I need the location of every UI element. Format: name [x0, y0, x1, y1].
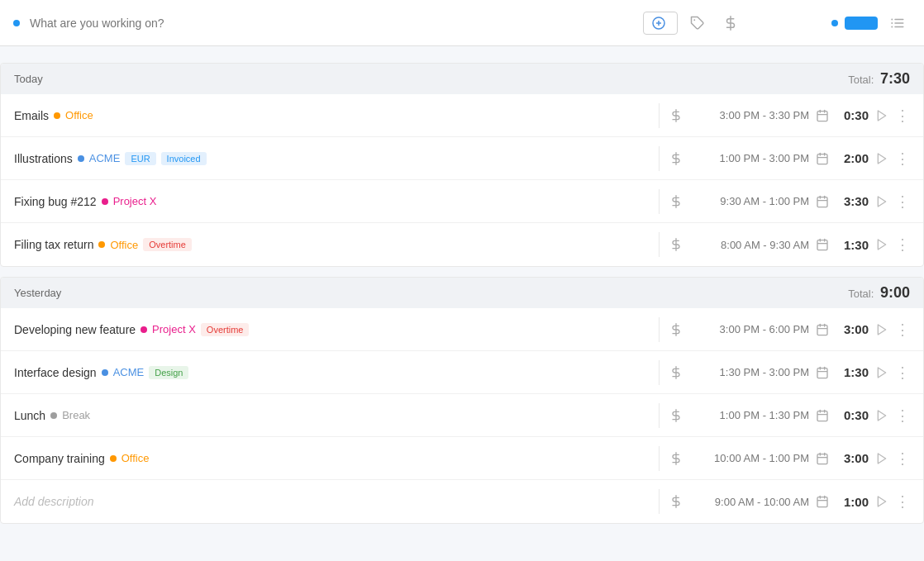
duration: 1:00 — [836, 495, 869, 509]
play-button[interactable] — [875, 495, 888, 508]
billable-button[interactable] — [669, 452, 683, 465]
row-title: Interface design — [14, 366, 97, 379]
billable-button[interactable] — [669, 409, 683, 422]
dollar-button[interactable] — [717, 10, 744, 36]
billable-button[interactable] — [669, 152, 683, 165]
billable-button[interactable] — [669, 495, 683, 508]
tag-button[interactable] — [684, 10, 711, 36]
calendar-button[interactable] — [816, 409, 829, 422]
row-title: Filing tax return — [14, 238, 93, 251]
more-options-button[interactable]: ⋮ — [895, 235, 910, 254]
more-options-button[interactable]: ⋮ — [895, 193, 910, 211]
project-dot — [110, 455, 117, 462]
more-options-button[interactable]: ⋮ — [895, 449, 910, 468]
row-actions: 1:30 PM - 3:00 PM 1:30 ⋮ — [655, 360, 910, 385]
row-description: Fixing bug #212 Project X — [14, 195, 655, 208]
row-actions: 3:00 PM - 6:00 PM 3:00 ⋮ — [655, 317, 910, 342]
svg-marker-64 — [878, 497, 885, 506]
total-time: 9:00 — [880, 284, 910, 301]
more-options-button[interactable]: ⋮ — [895, 364, 910, 382]
sections-container: Today Total: 7:30 Emails Office 3:00 PM … — [0, 63, 924, 524]
add-description-placeholder[interactable]: Add description — [14, 495, 94, 508]
project-dot — [141, 326, 147, 333]
svg-rect-54 — [817, 454, 827, 464]
duration: 0:30 — [836, 108, 869, 122]
badge-invoiced: Invoiced — [161, 152, 207, 165]
row-description: Filing tax return Office Overtime — [14, 238, 655, 251]
time-range: 1:00 PM - 3:00 PM — [689, 152, 809, 164]
more-options-button[interactable]: ⋮ — [895, 321, 910, 339]
row-title: Developing new feature — [14, 323, 136, 336]
divider — [659, 232, 660, 257]
row-description: Add description — [14, 495, 655, 508]
play-button[interactable] — [875, 366, 888, 379]
billable-button[interactable] — [669, 323, 683, 336]
badge-overtime: Overtime — [143, 238, 192, 251]
row-actions: 9:00 AM - 10:00 AM 1:00 ⋮ — [655, 489, 910, 514]
table-row: Company training Office 10:00 AM - 1:00 … — [1, 437, 923, 480]
row-actions: 3:00 PM - 3:30 PM 0:30 ⋮ — [655, 103, 910, 128]
divider — [659, 360, 660, 385]
svg-marker-58 — [878, 454, 885, 464]
calendar-button[interactable] — [816, 495, 829, 508]
calendar-button[interactable] — [816, 366, 829, 379]
project-dot — [102, 369, 108, 376]
time-range: 1:00 PM - 1:30 PM — [689, 409, 809, 421]
time-range: 1:30 PM - 3:00 PM — [689, 366, 809, 378]
svg-marker-46 — [878, 368, 885, 378]
recording-dot — [13, 20, 20, 26]
calendar-button[interactable] — [816, 238, 829, 251]
svg-rect-36 — [817, 325, 827, 335]
calendar-button[interactable] — [816, 152, 829, 165]
badge-overtime: Overtime — [201, 323, 250, 336]
divider — [659, 146, 660, 171]
play-button[interactable] — [875, 152, 888, 165]
svg-rect-24 — [817, 197, 827, 207]
row-actions: 1:00 PM - 1:30 PM 0:30 ⋮ — [655, 403, 910, 428]
table-row: Developing new feature Project X Overtim… — [1, 308, 923, 351]
more-options-button[interactable]: ⋮ — [895, 150, 910, 168]
task-input[interactable] — [30, 17, 633, 30]
project-button[interactable] — [643, 12, 678, 35]
calendar-button[interactable] — [816, 195, 829, 208]
time-range: 10:00 AM - 1:00 PM — [689, 452, 809, 464]
project-dot — [102, 198, 108, 205]
row-description: Illustrations ACME EURInvoiced — [14, 152, 655, 165]
row-description: Developing new feature Project X Overtim… — [14, 323, 655, 336]
duration: 1:30 — [836, 365, 869, 379]
play-button[interactable] — [875, 238, 888, 251]
row-description: Emails Office — [14, 109, 655, 122]
calendar-button[interactable] — [816, 109, 829, 122]
calendar-button[interactable] — [816, 452, 829, 465]
badge-design: Design — [149, 366, 188, 379]
svg-marker-52 — [878, 411, 885, 421]
billable-button[interactable] — [669, 238, 683, 251]
billable-button[interactable] — [669, 195, 683, 208]
top-bar — [0, 0, 924, 46]
svg-rect-48 — [817, 411, 827, 421]
play-button[interactable] — [875, 195, 888, 208]
total-label: Total: — [848, 74, 874, 86]
table-row: Add description 9:00 AM - 10:00 AM 1:00 — [1, 480, 923, 523]
calendar-button[interactable] — [816, 323, 829, 336]
plus-circle-icon — [652, 17, 665, 30]
play-button[interactable] — [875, 452, 888, 465]
divider — [659, 317, 660, 342]
project-name: Office — [121, 452, 150, 464]
play-button[interactable] — [875, 109, 888, 122]
play-button[interactable] — [875, 409, 888, 422]
billable-button[interactable] — [669, 109, 683, 122]
start-button[interactable] — [845, 17, 878, 30]
billable-button[interactable] — [669, 366, 683, 379]
list-icon-button[interactable] — [884, 10, 911, 36]
more-options-button[interactable]: ⋮ — [895, 107, 910, 125]
project-name: Office — [110, 239, 138, 251]
date-range-bar — [0, 46, 924, 63]
svg-marker-28 — [878, 197, 885, 207]
dollar-icon — [723, 16, 738, 31]
play-button[interactable] — [875, 323, 888, 336]
more-options-button[interactable]: ⋮ — [895, 492, 910, 511]
project-name: Office — [65, 109, 93, 121]
more-options-button[interactable]: ⋮ — [895, 406, 910, 425]
tag-icon — [690, 16, 705, 31]
